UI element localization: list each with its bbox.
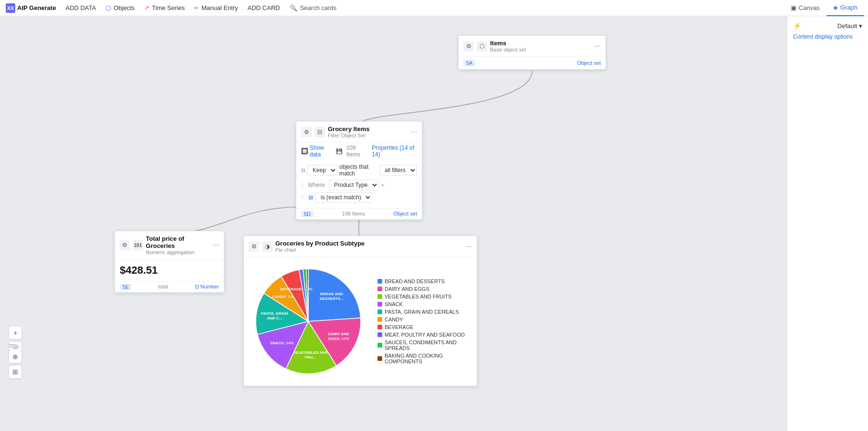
pie-card-header-left: ⚙ ◑ Groceries by Product Subtype Pie cha… xyxy=(249,240,365,253)
legend-dot-7 xyxy=(377,332,382,337)
logo[interactable]: XX AIP Generate xyxy=(4,3,61,13)
items-card-id-tag: 5A xyxy=(463,60,475,66)
legend-label-0: BREAD AND DESSERTS xyxy=(385,278,445,284)
pie-chart-card: ⚙ ◑ Groceries by Product Subtype Pie cha… xyxy=(243,236,477,386)
total-card-body: $428.51 xyxy=(115,259,224,281)
where-label: Where xyxy=(308,182,327,188)
search-cards-label: Search cards xyxy=(300,4,337,11)
logo-text: AIP Generate xyxy=(17,4,56,11)
total-card-more-btn[interactable]: ··· xyxy=(213,241,219,249)
legend-label-6: BEVERAGE xyxy=(385,324,414,330)
filter-row-where: ⠿ Where Product Type ✕ xyxy=(301,180,417,190)
pie-chart: BREAD ANDDESSERTS...DAIRY ANDEGGS: 17%VE… xyxy=(249,262,368,381)
total-card-subtitle: Numeric aggregation xyxy=(146,249,213,255)
total-gear-btn[interactable]: ⚙ xyxy=(120,240,130,250)
nav-canvas[interactable]: ▣ Canvas xyxy=(784,0,826,16)
legend-dot-1 xyxy=(377,287,382,291)
match-drag-icon: ⠿ xyxy=(301,195,305,201)
settings-icon: ⚡ xyxy=(793,22,801,30)
total-num-btn[interactable]: 101 xyxy=(133,240,143,250)
objects-icon: ⬡ xyxy=(105,4,111,12)
top-nav: XX AIP Generate ADD DATA ⬡ Objects ↗ Tim… xyxy=(0,0,868,16)
pie-legend: BREAD AND DESSERTSDAIRY AND EGGSVEGETABL… xyxy=(377,278,472,364)
legend-item-2: VEGETABLES AND FRUITS xyxy=(377,294,472,299)
grocery-id-tag: 5D xyxy=(301,211,314,217)
right-panel: ⚡ Default ▾ Content display options xyxy=(787,16,868,431)
aip-icon: XX xyxy=(6,3,15,13)
grocery-card-body: ⊟ Keep objects that match all filters ⠿ … xyxy=(296,160,422,208)
nav-search-cards[interactable]: 🔍 Search cards xyxy=(285,4,342,11)
items-object-btn[interactable]: ⬡ xyxy=(477,41,487,51)
product-type-select[interactable]: Product Type xyxy=(329,180,379,190)
items-card-subtitle: Base object set xyxy=(490,47,526,52)
pie-card-body: BREAD ANDDESSERTS...DAIRY ANDEGGS: 17%VE… xyxy=(244,257,477,386)
nav-time-series[interactable]: ↗ Time Series xyxy=(139,0,189,16)
grocery-card-header-left: ⚙ ⊟ Grocery Items Filter Object Set xyxy=(301,125,369,138)
right-panel-header: ⚡ Default ▾ xyxy=(793,22,862,30)
fit-view-btn[interactable]: ⊕ xyxy=(9,350,22,363)
pie-chart-btn[interactable]: ◑ xyxy=(262,241,272,252)
pie-label-1: DAIRY ANDEGGS: 17% xyxy=(328,332,349,341)
legend-dot-3 xyxy=(377,302,382,307)
legend-item-1: DAIRY AND EGGS xyxy=(377,286,472,292)
grocery-gear-btn[interactable]: ⚙ xyxy=(301,127,312,137)
nav-manual-entry[interactable]: ✏ Manual Entry xyxy=(189,0,243,16)
grocery-footer-items: 108 Items xyxy=(342,211,365,217)
nav-add-card[interactable]: ADD CARD xyxy=(243,0,285,16)
filter-icon: ⊟ xyxy=(301,167,305,174)
filter-close-icon: ✕ xyxy=(381,183,385,188)
pie-card-header: ⚙ ◑ Groceries by Product Subtype Pie cha… xyxy=(244,236,477,257)
nav-right: ▣ Canvas ◈ Graph xyxy=(784,0,864,16)
nav-objects[interactable]: ⬡ Objects xyxy=(101,0,139,16)
properties-link[interactable]: Properties (14 of 14) xyxy=(372,144,417,158)
legend-dot-0 xyxy=(377,279,382,284)
items-card-header: ⚙ ⬡ Items Base object set ··· xyxy=(459,36,606,57)
items-card-more-btn[interactable]: ··· xyxy=(595,42,601,51)
legend-item-8: SAUCES, CONDIMENTS AND SPREADS xyxy=(377,339,472,351)
keep-select[interactable]: Keep xyxy=(307,165,337,175)
show-data-link[interactable]: 🔲 Show data xyxy=(301,144,332,158)
legend-item-5: CANDY xyxy=(377,317,472,322)
items-card-header-left: ⚙ ⬡ Items Base object set xyxy=(463,40,526,52)
grocery-card-more-btn[interactable]: ··· xyxy=(411,128,417,136)
total-price-card: ⚙ 101 Total price of Groceries Numeric a… xyxy=(115,231,224,293)
pie-card-subtitle: Pie chart xyxy=(275,247,365,253)
content-display-options-link[interactable]: Content display options xyxy=(793,33,862,40)
total-field-label: total xyxy=(158,284,168,290)
grocery-object-set-tag: Object set xyxy=(393,211,417,217)
legend-item-7: MEAT, POULTRY AND SEAFOOD xyxy=(377,332,472,338)
grocery-filter-btn[interactable]: ⊟ xyxy=(314,127,325,137)
total-value: $428.51 xyxy=(120,264,219,277)
items-gear-btn[interactable]: ⚙ xyxy=(463,41,474,51)
legend-label-3: SNACK xyxy=(385,301,403,307)
grocery-items-count: 108 Items xyxy=(346,144,368,158)
filter-row-keep: ⊟ Keep objects that match all filters xyxy=(301,164,417,177)
pie-label-3: SNACK: 14% xyxy=(270,341,293,345)
nav-add-data[interactable]: ADD DATA xyxy=(61,0,101,16)
legend-dot-2 xyxy=(377,294,382,299)
items-card: ⚙ ⬡ Items Base object set ··· 5A Object … xyxy=(458,35,606,70)
legend-item-4: PASTA, GRAIN AND CEREALS xyxy=(377,309,472,315)
all-filters-select[interactable]: all filters xyxy=(379,165,417,175)
filter-row-match: ⠿ ⊟ is (exact match) xyxy=(301,192,417,203)
exact-match-select[interactable]: is (exact match) xyxy=(315,192,372,203)
legend-label-4: PASTA, GRAIN AND CEREALS xyxy=(385,309,459,315)
legend-label-1: DAIRY AND EGGS xyxy=(385,286,429,292)
items-object-set-tag: Object set xyxy=(577,60,601,66)
canvas-icon: ▣ xyxy=(791,4,796,11)
total-card-title: Total price of Groceries xyxy=(146,235,213,249)
layout-btn[interactable]: ⊞ xyxy=(9,365,22,379)
canvas-area: ⚡ Default ▾ Content display options ⚙ ⬡ … xyxy=(0,16,868,431)
total-card-header-left: ⚙ 101 Total price of Groceries Numeric a… xyxy=(120,235,213,255)
pie-card-more-btn[interactable]: ··· xyxy=(466,242,472,251)
legend-dot-9 xyxy=(377,356,382,361)
nav-graph[interactable]: ◈ Graph xyxy=(826,0,864,16)
pie-gear-btn[interactable]: ⚙ xyxy=(249,241,259,252)
time-series-icon: ↗ xyxy=(144,4,149,11)
zoom-in-btn[interactable]: + xyxy=(9,326,22,339)
legend-dot-8 xyxy=(377,343,382,348)
add-card-label: ADD CARD xyxy=(248,4,280,11)
legend-label-8: SAUCES, CONDIMENTS AND SPREADS xyxy=(385,339,472,351)
add-data-label: ADD DATA xyxy=(65,4,96,11)
default-dropdown[interactable]: Default ▾ xyxy=(837,22,862,30)
